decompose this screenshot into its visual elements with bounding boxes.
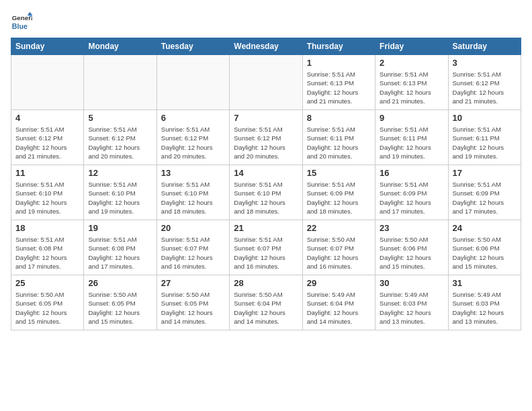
day-number: 6 (161, 113, 225, 123)
day-info: Sunrise: 5:50 AMSunset: 6:06 PMDaylight:… (380, 235, 443, 271)
day-info: Sunrise: 5:51 AMSunset: 6:08 PMDaylight:… (15, 235, 79, 271)
day-info: Sunrise: 5:51 AMSunset: 6:09 PMDaylight:… (380, 180, 443, 216)
day-number: 24 (453, 223, 517, 233)
day-number: 12 (88, 168, 152, 178)
day-number: 29 (307, 278, 371, 288)
calendar-cell: 30Sunrise: 5:49 AMSunset: 6:03 PMDayligh… (375, 275, 448, 330)
day-info: Sunrise: 5:51 AMSunset: 6:09 PMDaylight:… (307, 180, 371, 216)
calendar-cell: 2Sunrise: 5:51 AMSunset: 6:13 PMDaylight… (375, 55, 448, 110)
day-info: Sunrise: 5:50 AMSunset: 6:07 PMDaylight:… (307, 235, 371, 271)
day-number: 14 (234, 168, 298, 178)
svg-text:Blue: Blue (12, 22, 28, 30)
calendar-week-row: 4Sunrise: 5:51 AMSunset: 6:12 PMDaylight… (11, 110, 521, 165)
day-info: Sunrise: 5:51 AMSunset: 6:13 PMDaylight:… (307, 70, 371, 105)
day-info: Sunrise: 5:51 AMSunset: 6:12 PMDaylight:… (161, 125, 225, 161)
day-number: 16 (380, 168, 443, 178)
day-number: 20 (161, 223, 225, 233)
day-info: Sunrise: 5:51 AMSunset: 6:10 PMDaylight:… (15, 180, 79, 216)
day-info: Sunrise: 5:51 AMSunset: 6:07 PMDaylight:… (234, 235, 298, 271)
day-info: Sunrise: 5:51 AMSunset: 6:11 PMDaylight:… (307, 125, 371, 161)
calendar-cell: 29Sunrise: 5:49 AMSunset: 6:04 PMDayligh… (302, 275, 375, 330)
day-info: Sunrise: 5:51 AMSunset: 6:11 PMDaylight:… (380, 125, 443, 161)
day-number: 15 (307, 168, 371, 178)
calendar-week-row: 1Sunrise: 5:51 AMSunset: 6:13 PMDaylight… (11, 55, 521, 110)
calendar-cell: 4Sunrise: 5:51 AMSunset: 6:12 PMDaylight… (11, 110, 84, 165)
calendar-cell: 14Sunrise: 5:51 AMSunset: 6:10 PMDayligh… (230, 165, 302, 220)
calendar-table: SundayMondayTuesdayWednesdayThursdayFrid… (11, 38, 521, 330)
calendar-cell: 23Sunrise: 5:50 AMSunset: 6:06 PMDayligh… (375, 220, 448, 275)
day-info: Sunrise: 5:50 AMSunset: 6:06 PMDaylight:… (453, 235, 517, 271)
day-number: 2 (380, 58, 443, 68)
page-header: General Blue (11, 11, 521, 32)
calendar-week-row: 18Sunrise: 5:51 AMSunset: 6:08 PMDayligh… (11, 220, 521, 275)
weekday-header: Thursday (302, 38, 375, 55)
calendar-cell: 21Sunrise: 5:51 AMSunset: 6:07 PMDayligh… (230, 220, 302, 275)
calendar-week-row: 11Sunrise: 5:51 AMSunset: 6:10 PMDayligh… (11, 165, 521, 220)
calendar-week-row: 25Sunrise: 5:50 AMSunset: 6:05 PMDayligh… (11, 275, 521, 330)
day-number: 4 (15, 113, 79, 123)
day-number: 1 (307, 58, 371, 68)
calendar-cell: 1Sunrise: 5:51 AMSunset: 6:13 PMDaylight… (302, 55, 375, 110)
day-number: 10 (453, 113, 517, 123)
day-number: 19 (88, 223, 152, 233)
day-info: Sunrise: 5:50 AMSunset: 6:05 PMDaylight:… (15, 290, 79, 326)
weekday-header: Sunday (11, 38, 84, 55)
weekday-header: Friday (375, 38, 448, 55)
calendar-cell: 13Sunrise: 5:51 AMSunset: 6:10 PMDayligh… (157, 165, 229, 220)
day-number: 5 (88, 113, 152, 123)
calendar-cell: 11Sunrise: 5:51 AMSunset: 6:10 PMDayligh… (11, 165, 84, 220)
calendar-cell: 17Sunrise: 5:51 AMSunset: 6:09 PMDayligh… (448, 165, 521, 220)
calendar-cell: 28Sunrise: 5:50 AMSunset: 6:04 PMDayligh… (230, 275, 302, 330)
calendar-cell (230, 55, 302, 110)
day-number: 3 (453, 58, 517, 68)
calendar-cell: 7Sunrise: 5:51 AMSunset: 6:12 PMDaylight… (230, 110, 302, 165)
day-info: Sunrise: 5:51 AMSunset: 6:07 PMDaylight:… (161, 235, 225, 271)
calendar-cell: 9Sunrise: 5:51 AMSunset: 6:11 PMDaylight… (375, 110, 448, 165)
calendar-cell: 26Sunrise: 5:50 AMSunset: 6:05 PMDayligh… (84, 275, 157, 330)
day-number: 18 (15, 223, 79, 233)
day-number: 30 (380, 278, 443, 288)
calendar-cell: 5Sunrise: 5:51 AMSunset: 6:12 PMDaylight… (84, 110, 157, 165)
day-info: Sunrise: 5:51 AMSunset: 6:08 PMDaylight:… (88, 235, 152, 271)
day-info: Sunrise: 5:51 AMSunset: 6:13 PMDaylight:… (380, 70, 443, 105)
day-info: Sunrise: 5:51 AMSunset: 6:12 PMDaylight:… (15, 125, 79, 161)
weekday-header: Monday (84, 38, 157, 55)
day-number: 13 (161, 168, 225, 178)
day-number: 27 (161, 278, 225, 288)
day-info: Sunrise: 5:51 AMSunset: 6:09 PMDaylight:… (453, 180, 517, 216)
calendar-cell: 6Sunrise: 5:51 AMSunset: 6:12 PMDaylight… (157, 110, 229, 165)
day-info: Sunrise: 5:51 AMSunset: 6:10 PMDaylight:… (161, 180, 225, 216)
calendar-cell: 10Sunrise: 5:51 AMSunset: 6:11 PMDayligh… (448, 110, 521, 165)
calendar-cell: 19Sunrise: 5:51 AMSunset: 6:08 PMDayligh… (84, 220, 157, 275)
day-info: Sunrise: 5:50 AMSunset: 6:04 PMDaylight:… (234, 290, 298, 326)
day-info: Sunrise: 5:49 AMSunset: 6:03 PMDaylight:… (453, 290, 517, 326)
day-number: 9 (380, 113, 443, 123)
day-number: 31 (453, 278, 517, 288)
calendar-cell: 25Sunrise: 5:50 AMSunset: 6:05 PMDayligh… (11, 275, 84, 330)
calendar-body: 1Sunrise: 5:51 AMSunset: 6:13 PMDaylight… (11, 55, 521, 330)
calendar-header-row: SundayMondayTuesdayWednesdayThursdayFrid… (11, 38, 521, 55)
calendar-cell: 20Sunrise: 5:51 AMSunset: 6:07 PMDayligh… (157, 220, 229, 275)
day-number: 25 (15, 278, 79, 288)
calendar-cell: 3Sunrise: 5:51 AMSunset: 6:12 PMDaylight… (448, 55, 521, 110)
day-info: Sunrise: 5:51 AMSunset: 6:12 PMDaylight:… (88, 125, 152, 161)
day-info: Sunrise: 5:51 AMSunset: 6:10 PMDaylight:… (234, 180, 298, 216)
calendar-cell: 24Sunrise: 5:50 AMSunset: 6:06 PMDayligh… (448, 220, 521, 275)
calendar-cell: 16Sunrise: 5:51 AMSunset: 6:09 PMDayligh… (375, 165, 448, 220)
day-number: 11 (15, 168, 79, 178)
day-info: Sunrise: 5:51 AMSunset: 6:12 PMDaylight:… (234, 125, 298, 161)
day-info: Sunrise: 5:51 AMSunset: 6:12 PMDaylight:… (453, 70, 517, 105)
day-info: Sunrise: 5:49 AMSunset: 6:03 PMDaylight:… (380, 290, 443, 326)
day-number: 26 (88, 278, 152, 288)
day-info: Sunrise: 5:49 AMSunset: 6:04 PMDaylight:… (307, 290, 371, 326)
day-number: 23 (380, 223, 443, 233)
day-number: 17 (453, 168, 517, 178)
day-number: 28 (234, 278, 298, 288)
weekday-header: Tuesday (157, 38, 229, 55)
calendar-cell: 31Sunrise: 5:49 AMSunset: 6:03 PMDayligh… (448, 275, 521, 330)
calendar-cell: 12Sunrise: 5:51 AMSunset: 6:10 PMDayligh… (84, 165, 157, 220)
calendar-cell (157, 55, 229, 110)
calendar-cell: 8Sunrise: 5:51 AMSunset: 6:11 PMDaylight… (302, 110, 375, 165)
weekday-header: Saturday (448, 38, 521, 55)
logo: General Blue (11, 11, 35, 32)
